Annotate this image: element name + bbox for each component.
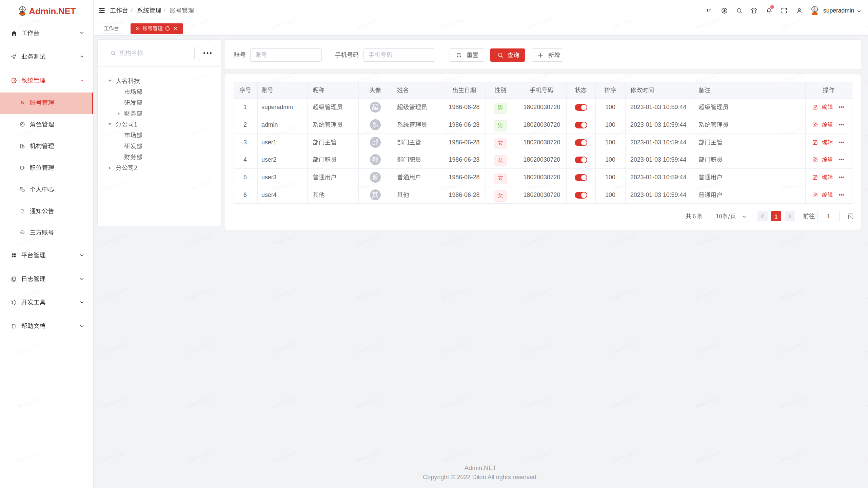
svg-text:T: T <box>709 9 711 12</box>
svg-text:T: T <box>706 7 709 13</box>
